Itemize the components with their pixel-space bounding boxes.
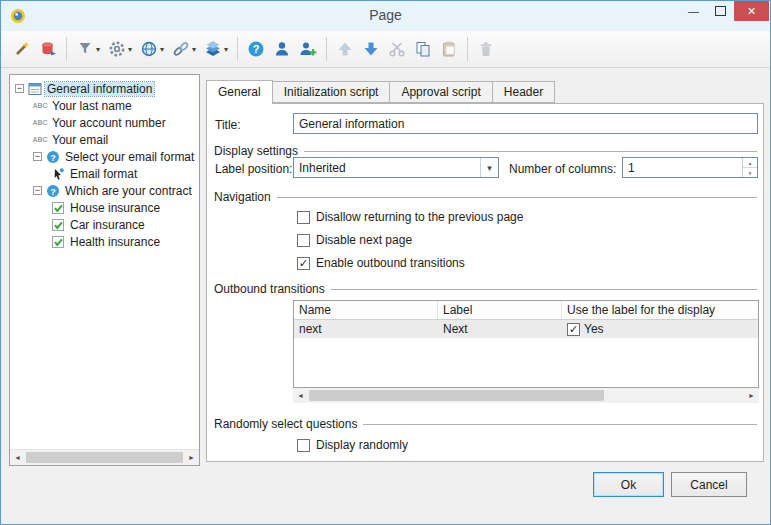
toolbar: ▾ ▾ ▾ ▾ ▾ ? xyxy=(1,31,770,68)
label-position-select[interactable]: Inherited ▾ xyxy=(293,157,499,178)
paste-icon xyxy=(440,40,458,58)
checked-option-icon xyxy=(51,201,65,215)
tree-horizontal-scrollbar[interactable]: ◄ ► xyxy=(10,449,199,465)
titlebar: Page — × xyxy=(1,1,770,31)
add-user-button[interactable] xyxy=(295,36,321,62)
globe-dropdown-button[interactable]: ▾ xyxy=(136,36,168,62)
gear-icon xyxy=(108,40,126,58)
disallow-returning-checkbox[interactable] xyxy=(297,211,310,224)
tree-item-your-last-name[interactable]: ABC Your last name xyxy=(10,97,199,114)
column-header-label[interactable]: Label xyxy=(438,301,562,319)
tree-item-your-account-number[interactable]: ABC Your account number xyxy=(10,114,199,131)
use-label-value: Yes xyxy=(584,322,604,336)
tree-item-car-insurance[interactable]: Car insurance xyxy=(10,216,199,233)
scrollbar-thumb[interactable] xyxy=(309,390,604,401)
scrollbar-thumb[interactable] xyxy=(26,452,183,463)
table-horizontal-scrollbar[interactable]: ◄ ► xyxy=(293,388,759,403)
add-user-icon xyxy=(299,40,317,58)
toolbar-separator xyxy=(237,37,238,61)
spin-up-button[interactable]: ▴ xyxy=(743,158,757,168)
move-up-button[interactable] xyxy=(332,36,358,62)
layers-icon xyxy=(204,40,222,58)
table-header-row: Name Label Use the label for the display xyxy=(294,301,758,320)
move-down-button[interactable] xyxy=(358,36,384,62)
collapse-icon[interactable]: − xyxy=(33,152,42,161)
text-field-icon: ABC xyxy=(33,116,47,130)
collapse-icon[interactable]: − xyxy=(15,84,24,93)
svg-text:?: ? xyxy=(50,152,56,162)
tree-item-house-insurance[interactable]: House insurance xyxy=(10,199,199,216)
collapse-icon[interactable]: − xyxy=(33,186,42,195)
use-label-checkbox[interactable]: ✓ xyxy=(567,323,580,336)
cut-button[interactable] xyxy=(384,36,410,62)
enable-outbound-checkbox[interactable]: ✓ xyxy=(297,257,310,270)
tab-initialization-script[interactable]: Initialization script xyxy=(273,81,391,103)
chevron-down-icon: ▾ xyxy=(128,45,132,54)
minimize-button[interactable]: — xyxy=(680,1,707,21)
tab-header[interactable]: Header xyxy=(493,81,555,103)
magic-wand-button[interactable] xyxy=(9,36,35,62)
outbound-transitions-group: Outbound transitions xyxy=(214,282,757,296)
svg-text:?: ? xyxy=(50,186,56,196)
ok-button[interactable]: Ok xyxy=(593,472,664,497)
title-input[interactable]: General information xyxy=(293,113,758,134)
question-tree: − General information ABC Your last name… xyxy=(9,74,200,466)
title-label: Title: xyxy=(215,118,241,132)
copy-button[interactable] xyxy=(410,36,436,62)
scroll-left-icon[interactable]: ◄ xyxy=(10,454,25,461)
column-header-use-label[interactable]: Use the label for the display xyxy=(562,301,758,319)
tree-item-health-insurance[interactable]: Health insurance xyxy=(10,233,199,250)
column-header-name[interactable]: Name xyxy=(294,301,438,319)
tab-approval-script[interactable]: Approval script xyxy=(390,81,492,103)
group-divider xyxy=(304,151,757,152)
trash-icon xyxy=(477,40,495,58)
globe-icon xyxy=(140,40,158,58)
text-field-icon: ABC xyxy=(33,133,47,147)
user-button[interactable] xyxy=(269,36,295,62)
maximize-button[interactable] xyxy=(707,1,734,21)
tree-item-your-email[interactable]: ABC Your email xyxy=(10,131,199,148)
tree-item-which-contracts[interactable]: − ? Which are your contract xyxy=(10,182,199,199)
dropdown-button[interactable]: ▾ xyxy=(480,158,498,177)
tab-general[interactable]: General xyxy=(206,80,273,104)
cell-name: next xyxy=(294,320,438,338)
close-button[interactable]: × xyxy=(734,1,769,21)
tree-item-label: Health insurance xyxy=(68,235,162,249)
tree-item-label: Car insurance xyxy=(68,218,147,232)
checked-option-icon xyxy=(51,218,65,232)
paste-button[interactable] xyxy=(436,36,462,62)
tree-item-general-information[interactable]: − General information xyxy=(10,80,199,97)
settings-dropdown-button[interactable]: ▾ xyxy=(104,36,136,62)
data-source-button[interactable] xyxy=(35,36,61,62)
display-randomly-checkbox[interactable] xyxy=(297,439,310,452)
window-controls: — × xyxy=(680,1,769,21)
question-icon: ? xyxy=(46,184,60,198)
checked-option-icon xyxy=(51,235,65,249)
tree-item-select-email-format[interactable]: − ? Select your email format xyxy=(10,148,199,165)
group-heading: Outbound transitions xyxy=(214,282,325,296)
disable-next-page-checkbox[interactable] xyxy=(297,234,310,247)
scroll-right-icon[interactable]: ► xyxy=(184,454,199,461)
arrow-down-icon xyxy=(362,40,380,58)
layers-dropdown-button[interactable]: ▾ xyxy=(200,36,232,62)
link-dropdown-button[interactable]: ▾ xyxy=(168,36,200,62)
checkbox-label: Display randomly xyxy=(316,438,408,452)
tree-item-email-format[interactable]: Email format xyxy=(10,165,199,182)
tree-item-label: House insurance xyxy=(68,201,162,215)
filter-dropdown-button[interactable]: ▾ xyxy=(72,36,104,62)
cancel-button[interactable]: Cancel xyxy=(671,472,747,497)
number-of-columns-label: Number of columns: xyxy=(509,162,616,176)
link-icon xyxy=(172,40,190,58)
group-heading: Randomly select questions xyxy=(214,417,357,431)
filter-icon xyxy=(76,40,94,58)
number-of-columns-stepper[interactable]: 1 ▴ ▾ xyxy=(622,157,758,178)
delete-button[interactable] xyxy=(473,36,499,62)
scroll-right-icon[interactable]: ► xyxy=(744,392,759,399)
chevron-down-icon: ▾ xyxy=(192,45,196,54)
scroll-left-icon[interactable]: ◄ xyxy=(293,392,308,399)
group-heading: Navigation xyxy=(214,190,271,204)
help-button[interactable]: ? xyxy=(243,36,269,62)
tree-item-label: General information xyxy=(45,82,154,96)
spin-down-button[interactable]: ▾ xyxy=(743,168,757,177)
table-row[interactable]: next Next ✓ Yes xyxy=(294,320,758,338)
